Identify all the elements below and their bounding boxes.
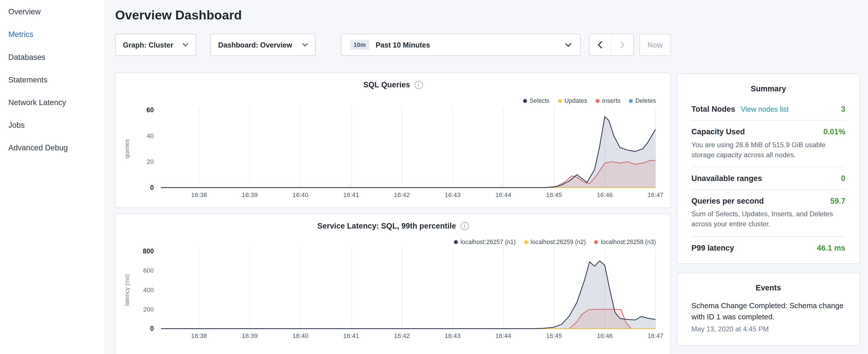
svg-text:16:41: 16:41 bbox=[343, 191, 359, 198]
svg-text:16:44: 16:44 bbox=[495, 332, 511, 340]
sql-queries-chart-title: SQL Queries bbox=[116, 73, 671, 89]
sidebar-item-jobs[interactable]: Jobs bbox=[0, 114, 104, 136]
info-icon[interactable] bbox=[461, 222, 469, 230]
svg-text:400: 400 bbox=[143, 286, 154, 294]
summary-panel: Summary Total Nodes View nodes list 3 Ca… bbox=[677, 74, 860, 264]
event-text: Schema Change Completed: Schema change w… bbox=[691, 300, 845, 323]
legend-label: Selects bbox=[530, 97, 550, 104]
main-content: Overview Dashboard Graph: Cluster Dashbo… bbox=[115, 0, 671, 354]
p99-latency-label: P99 latency bbox=[691, 243, 734, 252]
svg-text:20: 20 bbox=[147, 158, 154, 165]
legend-dot-icon bbox=[454, 240, 458, 244]
events-panel: Events Schema Change Completed: Schema c… bbox=[677, 272, 860, 346]
sql-queries-panel: SQL Queries SelectsUpdatesInsertsDeletes… bbox=[115, 72, 671, 208]
svg-text:600: 600 bbox=[143, 267, 154, 274]
legend-item[interactable]: localhost:26259 (n2) bbox=[524, 238, 586, 245]
legend-item[interactable]: Inserts bbox=[595, 97, 620, 104]
chevron-left-icon bbox=[598, 41, 602, 49]
chart-title-text: Service Latency: SQL, 99th percentile bbox=[317, 221, 456, 230]
legend-label: localhost:26257 (n1) bbox=[461, 238, 516, 245]
svg-text:0: 0 bbox=[150, 325, 154, 332]
service-latency-chart-title: Service Latency: SQL, 99th percentile bbox=[116, 214, 671, 230]
controls-bar: Graph: Cluster Dashboard: Overview 10m P… bbox=[115, 34, 671, 56]
info-icon[interactable] bbox=[414, 81, 423, 89]
time-range-badge: 10m bbox=[350, 40, 369, 50]
svg-text:800: 800 bbox=[143, 248, 154, 255]
legend-dot-icon bbox=[523, 99, 527, 103]
legend-label: localhost:26258 (n3) bbox=[601, 238, 656, 245]
sidebar-item-metrics[interactable]: Metrics bbox=[0, 23, 104, 45]
legend-label: localhost:26259 (n2) bbox=[531, 238, 586, 245]
svg-text:16:38: 16:38 bbox=[191, 332, 207, 340]
legend-dot-icon bbox=[594, 240, 598, 244]
sidebar-item-advanced-debug[interactable]: Advanced Debug bbox=[0, 136, 104, 159]
capacity-used-label: Capacity Used bbox=[691, 127, 745, 136]
svg-text:16:40: 16:40 bbox=[292, 332, 308, 340]
graph-scope-label: Graph: Cluster bbox=[123, 41, 174, 49]
svg-text:16:47: 16:47 bbox=[648, 191, 663, 198]
sidebar: Overview Metrics Databases Statements Ne… bbox=[0, 0, 105, 354]
page-title: Overview Dashboard bbox=[115, 0, 671, 23]
total-nodes-label: Total Nodes bbox=[691, 104, 735, 114]
svg-text:16:43: 16:43 bbox=[445, 332, 461, 340]
legend-dot-icon bbox=[558, 99, 562, 103]
event-timestamp: May 13, 2020 at 4:45 PM bbox=[691, 326, 845, 333]
svg-text:16:47: 16:47 bbox=[648, 332, 663, 340]
legend-item[interactable]: Deletes bbox=[629, 97, 656, 104]
svg-text:16:38: 16:38 bbox=[191, 191, 207, 198]
now-button[interactable]: Now bbox=[639, 34, 671, 56]
svg-text:40: 40 bbox=[147, 132, 154, 139]
graph-scope-dropdown[interactable]: Graph: Cluster bbox=[115, 34, 196, 56]
chevron-down-icon bbox=[565, 43, 571, 47]
total-nodes-value: 3 bbox=[841, 104, 845, 114]
summary-row-queries-per-second: Queries per second 59.7 Sum of Selects, … bbox=[691, 190, 845, 236]
legend-dot-icon bbox=[595, 99, 599, 103]
capacity-used-value: 0.01% bbox=[823, 127, 845, 136]
legend-dot-icon bbox=[524, 240, 528, 244]
svg-text:16:46: 16:46 bbox=[597, 191, 613, 198]
dashboard-dropdown[interactable]: Dashboard: Overview bbox=[210, 34, 315, 56]
event-item[interactable]: Schema Change Completed: Schema change w… bbox=[691, 297, 845, 341]
p99-latency-value: 46.1 ms bbox=[817, 243, 845, 252]
svg-text:16:43: 16:43 bbox=[445, 191, 461, 198]
legend-label: Deletes bbox=[635, 97, 656, 104]
dashboard-label: Dashboard: Overview bbox=[218, 41, 292, 49]
svg-text:16:42: 16:42 bbox=[394, 191, 410, 198]
time-back-button[interactable] bbox=[590, 34, 612, 55]
queries-per-second-description: Sum of Selects, Updates, Inserts, and De… bbox=[691, 210, 845, 229]
sidebar-item-network-latency[interactable]: Network Latency bbox=[0, 91, 104, 114]
events-heading: Events bbox=[691, 281, 845, 297]
svg-text:60: 60 bbox=[147, 106, 154, 114]
sidebar-item-overview[interactable]: Overview bbox=[0, 0, 104, 23]
chevron-down-icon bbox=[302, 43, 308, 47]
summary-row-capacity-used: Capacity Used 0.01% You are using 28.6 M… bbox=[691, 121, 845, 167]
time-range-picker[interactable]: 10m Past 10 Minutes bbox=[341, 34, 581, 56]
view-nodes-list-link[interactable]: View nodes list bbox=[741, 105, 788, 114]
svg-text:16:45: 16:45 bbox=[546, 191, 562, 198]
svg-text:16:41: 16:41 bbox=[343, 332, 359, 340]
legend-item[interactable]: Selects bbox=[523, 97, 550, 104]
service-latency-legend: localhost:26257 (n1)localhost:26259 (n2)… bbox=[454, 238, 656, 245]
queries-per-second-value: 59.7 bbox=[830, 196, 845, 205]
sidebar-item-statements[interactable]: Statements bbox=[0, 68, 104, 91]
chevron-down-icon bbox=[183, 43, 188, 47]
right-sidebar: Summary Total Nodes View nodes list 3 Ca… bbox=[677, 74, 860, 346]
sql-queries-legend: SelectsUpdatesInsertsDeletes bbox=[523, 97, 656, 104]
legend-item[interactable]: localhost:26258 (n3) bbox=[594, 238, 656, 245]
svg-text:16:44: 16:44 bbox=[495, 191, 511, 198]
legend-label: Updates bbox=[564, 97, 587, 104]
summary-row-total-nodes: Total Nodes View nodes list 3 bbox=[691, 98, 845, 121]
svg-text:16:45: 16:45 bbox=[546, 332, 562, 340]
time-forward-button[interactable] bbox=[612, 34, 633, 55]
unavailable-ranges-value: 0 bbox=[841, 174, 845, 183]
time-step-buttons bbox=[589, 34, 634, 56]
legend-item[interactable]: Updates bbox=[558, 97, 587, 104]
legend-dot-icon bbox=[629, 99, 633, 103]
service-latency-panel: Service Latency: SQL, 99th percentile lo… bbox=[115, 214, 671, 354]
sidebar-item-databases[interactable]: Databases bbox=[0, 45, 104, 68]
svg-text:latency (ms): latency (ms) bbox=[124, 274, 130, 305]
chart-title-text: SQL Queries bbox=[363, 80, 410, 89]
svg-text:16:40: 16:40 bbox=[292, 191, 308, 198]
queries-per-second-label: Queries per second bbox=[691, 196, 764, 205]
legend-item[interactable]: localhost:26257 (n1) bbox=[454, 238, 516, 245]
